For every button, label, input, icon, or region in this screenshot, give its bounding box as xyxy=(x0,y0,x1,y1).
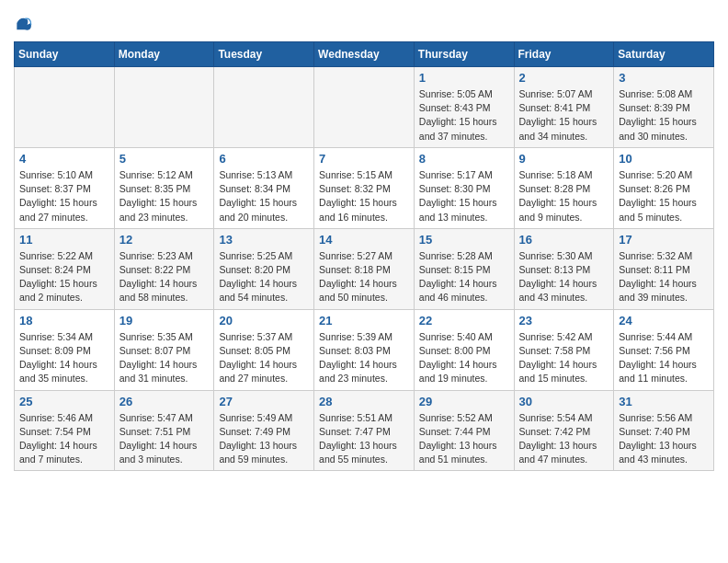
calendar-cell xyxy=(15,67,115,148)
calendar-cell: 12Sunrise: 5:23 AM Sunset: 8:22 PM Dayli… xyxy=(114,228,214,309)
calendar-cell: 5Sunrise: 5:12 AM Sunset: 8:35 PM Daylig… xyxy=(114,147,214,228)
calendar-cell: 29Sunrise: 5:52 AM Sunset: 7:44 PM Dayli… xyxy=(414,390,514,471)
calendar-week-row: 4Sunrise: 5:10 AM Sunset: 8:37 PM Daylig… xyxy=(15,147,714,228)
calendar-cell: 16Sunrise: 5:30 AM Sunset: 8:13 PM Dayli… xyxy=(514,228,614,309)
day-info: Sunrise: 5:32 AM Sunset: 8:11 PM Dayligh… xyxy=(619,249,709,305)
day-info: Sunrise: 5:30 AM Sunset: 8:13 PM Dayligh… xyxy=(519,249,609,305)
day-number: 13 xyxy=(219,233,309,247)
column-header-sunday: Sunday xyxy=(15,42,115,67)
day-info: Sunrise: 5:25 AM Sunset: 8:20 PM Dayligh… xyxy=(219,249,309,305)
calendar-cell: 11Sunrise: 5:22 AM Sunset: 8:24 PM Dayli… xyxy=(15,228,115,309)
day-info: Sunrise: 5:52 AM Sunset: 7:44 PM Dayligh… xyxy=(419,411,509,467)
day-info: Sunrise: 5:17 AM Sunset: 8:30 PM Dayligh… xyxy=(419,168,509,224)
day-number: 7 xyxy=(319,152,409,166)
calendar-week-row: 18Sunrise: 5:34 AM Sunset: 8:09 PM Dayli… xyxy=(15,309,714,390)
page-header xyxy=(14,14,714,32)
day-number: 26 xyxy=(119,395,210,408)
calendar-week-row: 11Sunrise: 5:22 AM Sunset: 8:24 PM Dayli… xyxy=(15,228,714,309)
day-number: 27 xyxy=(219,395,309,408)
column-header-friday: Friday xyxy=(514,42,614,67)
day-info: Sunrise: 5:27 AM Sunset: 8:18 PM Dayligh… xyxy=(319,249,409,305)
calendar-cell: 24Sunrise: 5:44 AM Sunset: 7:56 PM Dayli… xyxy=(614,309,714,390)
calendar-cell: 6Sunrise: 5:13 AM Sunset: 8:34 PM Daylig… xyxy=(214,147,314,228)
calendar-cell: 10Sunrise: 5:20 AM Sunset: 8:26 PM Dayli… xyxy=(614,147,714,228)
day-info: Sunrise: 5:44 AM Sunset: 7:56 PM Dayligh… xyxy=(619,330,709,386)
calendar-cell: 30Sunrise: 5:54 AM Sunset: 7:42 PM Dayli… xyxy=(514,390,614,471)
calendar-cell: 7Sunrise: 5:15 AM Sunset: 8:32 PM Daylig… xyxy=(314,147,415,228)
day-number: 4 xyxy=(19,152,109,166)
day-info: Sunrise: 5:40 AM Sunset: 8:00 PM Dayligh… xyxy=(419,330,509,386)
day-number: 2 xyxy=(519,71,609,85)
day-info: Sunrise: 5:07 AM Sunset: 8:41 PM Dayligh… xyxy=(519,87,609,144)
day-info: Sunrise: 5:12 AM Sunset: 8:35 PM Dayligh… xyxy=(119,168,210,224)
day-info: Sunrise: 5:42 AM Sunset: 7:58 PM Dayligh… xyxy=(519,330,609,386)
day-number: 9 xyxy=(519,152,609,166)
calendar-cell: 26Sunrise: 5:47 AM Sunset: 7:51 PM Dayli… xyxy=(114,390,214,471)
calendar-cell: 4Sunrise: 5:10 AM Sunset: 8:37 PM Daylig… xyxy=(15,147,115,228)
day-number: 5 xyxy=(119,152,210,166)
calendar-week-row: 1Sunrise: 5:05 AM Sunset: 8:43 PM Daylig… xyxy=(15,67,714,148)
day-info: Sunrise: 5:05 AM Sunset: 8:43 PM Dayligh… xyxy=(419,87,509,144)
calendar-cell: 3Sunrise: 5:08 AM Sunset: 8:39 PM Daylig… xyxy=(614,67,714,148)
calendar-header-row: SundayMondayTuesdayWednesdayThursdayFrid… xyxy=(15,42,714,67)
calendar-cell xyxy=(314,67,415,148)
day-number: 12 xyxy=(119,233,210,247)
calendar-cell: 13Sunrise: 5:25 AM Sunset: 8:20 PM Dayli… xyxy=(214,228,314,309)
day-number: 18 xyxy=(19,314,109,327)
column-header-saturday: Saturday xyxy=(614,42,714,67)
day-info: Sunrise: 5:08 AM Sunset: 8:39 PM Dayligh… xyxy=(619,87,709,144)
day-number: 1 xyxy=(419,71,509,85)
day-number: 31 xyxy=(619,395,709,408)
day-info: Sunrise: 5:34 AM Sunset: 8:09 PM Dayligh… xyxy=(19,330,109,386)
day-info: Sunrise: 5:47 AM Sunset: 7:51 PM Dayligh… xyxy=(119,411,210,467)
column-header-thursday: Thursday xyxy=(414,42,514,67)
day-number: 28 xyxy=(319,395,409,408)
calendar-cell: 31Sunrise: 5:56 AM Sunset: 7:40 PM Dayli… xyxy=(614,390,714,471)
calendar-cell: 21Sunrise: 5:39 AM Sunset: 8:03 PM Dayli… xyxy=(314,309,415,390)
logo-icon xyxy=(14,14,32,32)
day-info: Sunrise: 5:54 AM Sunset: 7:42 PM Dayligh… xyxy=(519,411,609,467)
calendar-cell: 25Sunrise: 5:46 AM Sunset: 7:54 PM Dayli… xyxy=(15,390,115,471)
calendar-cell: 17Sunrise: 5:32 AM Sunset: 8:11 PM Dayli… xyxy=(614,228,714,309)
day-info: Sunrise: 5:20 AM Sunset: 8:26 PM Dayligh… xyxy=(619,168,709,224)
calendar-cell: 8Sunrise: 5:17 AM Sunset: 8:30 PM Daylig… xyxy=(414,147,514,228)
calendar-cell: 22Sunrise: 5:40 AM Sunset: 8:00 PM Dayli… xyxy=(414,309,514,390)
day-info: Sunrise: 5:49 AM Sunset: 7:49 PM Dayligh… xyxy=(219,411,309,467)
day-info: Sunrise: 5:23 AM Sunset: 8:22 PM Dayligh… xyxy=(119,249,210,305)
day-number: 20 xyxy=(219,314,309,327)
calendar-cell: 19Sunrise: 5:35 AM Sunset: 8:07 PM Dayli… xyxy=(114,309,214,390)
calendar-cell: 27Sunrise: 5:49 AM Sunset: 7:49 PM Dayli… xyxy=(214,390,314,471)
day-number: 11 xyxy=(19,233,109,247)
day-number: 14 xyxy=(319,233,409,247)
column-header-monday: Monday xyxy=(114,42,214,67)
calendar-table: SundayMondayTuesdayWednesdayThursdayFrid… xyxy=(14,41,714,471)
calendar-cell: 1Sunrise: 5:05 AM Sunset: 8:43 PM Daylig… xyxy=(414,67,514,148)
day-info: Sunrise: 5:10 AM Sunset: 8:37 PM Dayligh… xyxy=(19,168,109,224)
calendar-cell: 20Sunrise: 5:37 AM Sunset: 8:05 PM Dayli… xyxy=(214,309,314,390)
calendar-cell xyxy=(114,67,214,148)
calendar-cell: 23Sunrise: 5:42 AM Sunset: 7:58 PM Dayli… xyxy=(514,309,614,390)
day-number: 30 xyxy=(519,395,609,408)
day-number: 6 xyxy=(219,152,309,166)
day-number: 15 xyxy=(419,233,509,247)
day-number: 29 xyxy=(419,395,509,408)
calendar-cell xyxy=(214,67,314,148)
day-info: Sunrise: 5:18 AM Sunset: 8:28 PM Dayligh… xyxy=(519,168,609,224)
day-info: Sunrise: 5:37 AM Sunset: 8:05 PM Dayligh… xyxy=(219,330,309,386)
day-number: 17 xyxy=(619,233,709,247)
calendar-cell: 9Sunrise: 5:18 AM Sunset: 8:28 PM Daylig… xyxy=(514,147,614,228)
day-number: 19 xyxy=(119,314,210,327)
logo xyxy=(14,14,36,32)
day-info: Sunrise: 5:28 AM Sunset: 8:15 PM Dayligh… xyxy=(419,249,509,305)
calendar-week-row: 25Sunrise: 5:46 AM Sunset: 7:54 PM Dayli… xyxy=(15,390,714,471)
day-number: 22 xyxy=(419,314,509,327)
day-number: 8 xyxy=(419,152,509,166)
day-number: 23 xyxy=(519,314,609,327)
day-number: 24 xyxy=(619,314,709,327)
day-info: Sunrise: 5:46 AM Sunset: 7:54 PM Dayligh… xyxy=(19,411,109,467)
day-number: 21 xyxy=(319,314,409,327)
day-info: Sunrise: 5:22 AM Sunset: 8:24 PM Dayligh… xyxy=(19,249,109,305)
calendar-cell: 28Sunrise: 5:51 AM Sunset: 7:47 PM Dayli… xyxy=(314,390,415,471)
day-info: Sunrise: 5:15 AM Sunset: 8:32 PM Dayligh… xyxy=(319,168,409,224)
calendar-cell: 15Sunrise: 5:28 AM Sunset: 8:15 PM Dayli… xyxy=(414,228,514,309)
